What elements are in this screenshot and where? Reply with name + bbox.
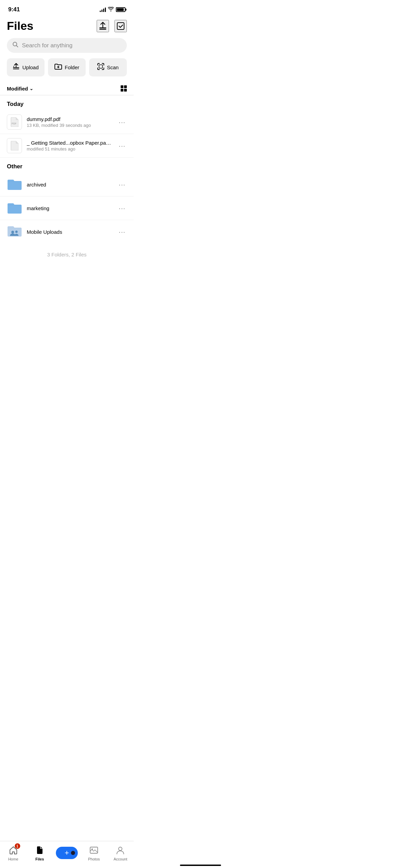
upload-button[interactable] — [97, 20, 109, 32]
file-meta: modified 51 minutes ago — [27, 146, 112, 152]
svg-text:PDF: PDF — [12, 122, 16, 125]
scan-action-icon — [97, 63, 104, 72]
file-thumbnail: PDF — [7, 114, 22, 130]
file-info: _ Getting Started...opbox Paper.paper mo… — [27, 140, 112, 152]
folder-icon — [7, 177, 22, 192]
upload-action-button[interactable]: Upload — [7, 58, 45, 76]
file-name: _ Getting Started...opbox Paper.paper — [27, 140, 112, 146]
section-header-today: Today — [0, 95, 134, 110]
sort-bar: Modified ⌄ — [0, 82, 134, 95]
file-name: dummy.pdf.pdf — [27, 116, 112, 122]
file-thumbnail — [7, 138, 22, 153]
folder-name: archived — [27, 182, 112, 188]
folder-action-icon — [54, 63, 62, 71]
svg-point-9 — [15, 231, 18, 233]
select-button[interactable] — [114, 20, 127, 32]
file-info: Mobile Uploads — [27, 229, 112, 235]
list-item[interactable]: _ Getting Started...opbox Paper.paper mo… — [0, 134, 134, 158]
status-bar: 9:41 — [0, 0, 134, 16]
battery-icon — [116, 7, 125, 12]
svg-rect-1 — [99, 29, 106, 30]
upload-action-icon — [13, 63, 20, 72]
folder-name: Mobile Uploads — [27, 229, 112, 235]
svg-rect-6 — [99, 65, 102, 68]
file-list: Today PDF dummy.pdf.pdf 13 KB, modified … — [0, 95, 134, 243]
list-item[interactable]: archived ··· — [0, 173, 134, 196]
status-icons — [100, 7, 125, 12]
status-time: 9:41 — [8, 6, 20, 13]
section-header-other: Other — [0, 158, 134, 173]
search-container: Search for anything — [0, 37, 134, 58]
list-item[interactable]: PDF dummy.pdf.pdf 13 KB, modified 39 sec… — [0, 110, 134, 134]
folder-name: marketing — [27, 205, 112, 211]
folder-icon — [7, 201, 22, 216]
search-placeholder: Search for anything — [22, 42, 121, 49]
shared-folder-icon — [7, 224, 22, 239]
header-actions — [97, 20, 127, 32]
svg-rect-2 — [117, 23, 124, 29]
grid-view-icon — [121, 85, 127, 92]
file-info: dummy.pdf.pdf 13 KB, modified 39 seconds… — [27, 116, 112, 128]
sort-chevron-icon: ⌄ — [29, 86, 33, 91]
file-more-button[interactable]: ··· — [117, 227, 127, 237]
search-bar[interactable]: Search for anything — [7, 38, 127, 53]
file-more-button[interactable]: ··· — [117, 141, 127, 151]
file-meta: 13 KB, modified 39 seconds ago — [27, 123, 112, 128]
list-item[interactable]: Mobile Uploads ··· — [0, 220, 134, 243]
upload-action-label: Upload — [22, 64, 39, 70]
folder-action-button[interactable]: Folder — [48, 58, 86, 76]
scan-action-button[interactable]: Scan — [89, 58, 127, 76]
list-item[interactable]: marketing ··· — [0, 196, 134, 220]
scan-action-label: Scan — [107, 64, 119, 70]
page-header: Files — [0, 16, 134, 37]
action-buttons-container: Upload Folder Scan — [0, 58, 134, 82]
file-more-button[interactable]: ··· — [117, 117, 127, 128]
file-summary: 3 Folders, 2 Files — [0, 243, 134, 266]
page-title: Files — [7, 19, 33, 33]
wifi-icon — [108, 7, 114, 12]
sort-selector[interactable]: Modified ⌄ — [7, 86, 33, 92]
file-info: archived — [27, 182, 112, 188]
sort-label-text: Modified — [7, 86, 28, 92]
signal-icon — [100, 7, 106, 12]
search-icon — [12, 41, 19, 49]
file-info: marketing — [27, 205, 112, 211]
folder-action-label: Folder — [65, 64, 80, 70]
file-more-button[interactable]: ··· — [117, 203, 127, 214]
grid-toggle-button[interactable] — [121, 85, 127, 92]
svg-point-8 — [11, 231, 14, 233]
svg-rect-5 — [13, 69, 19, 69]
file-more-button[interactable]: ··· — [117, 179, 127, 190]
